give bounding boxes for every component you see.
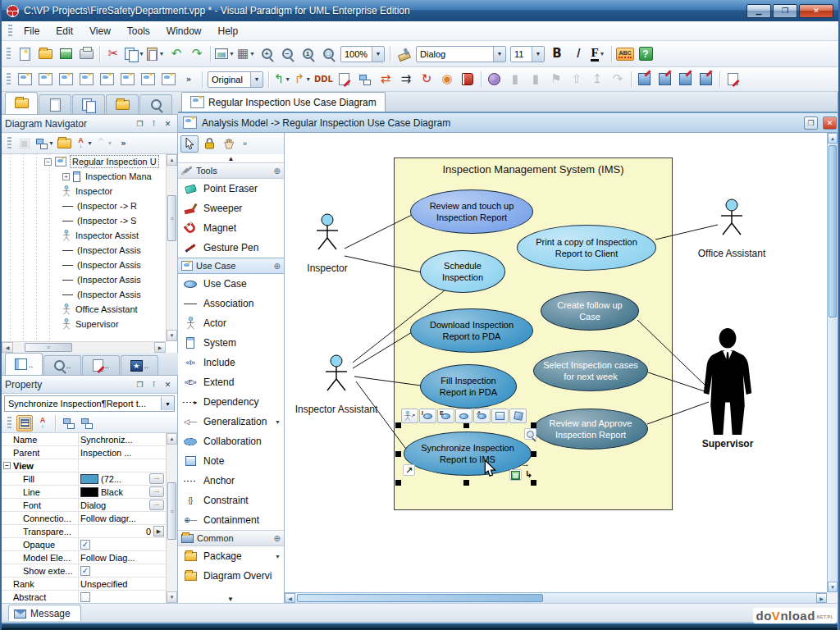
tree-expander[interactable]: + (62, 173, 70, 180)
ellipsis-button[interactable]: ... (149, 486, 164, 497)
help-icon[interactable]: ? (636, 44, 655, 64)
property-row[interactable]: Opaque✓ (2, 538, 166, 551)
canvas-scroll-thumb[interactable] (829, 145, 837, 317)
tree-expander[interactable]: − (44, 158, 52, 166)
palette-scroll-down[interactable]: ▼ (178, 595, 283, 603)
property-close-button[interactable]: ✕ (162, 379, 174, 390)
scroll-thumb[interactable]: ≡ (167, 195, 176, 241)
document-close-button[interactable]: ✕ (823, 116, 837, 130)
paste-icon[interactable]: ▼ (146, 44, 166, 64)
property-row[interactable]: ParentInspection ... (2, 446, 166, 459)
property-pin-button[interactable]: ⊺ (148, 379, 160, 390)
palette-item-actor[interactable]: Actor (178, 313, 284, 333)
tab-documentation[interactable]: .. (82, 355, 120, 375)
selection-handle[interactable] (395, 480, 401, 486)
palette-section-common[interactable]: Common⊕ (178, 530, 284, 546)
checkbox[interactable] (80, 592, 90, 602)
maximize-button[interactable]: ❒ (773, 4, 797, 18)
property-element-selector[interactable]: Synchronize Inspection¶Report t... ▼ (4, 395, 175, 412)
sort-az-icon[interactable]: A↓ (34, 415, 51, 431)
tree-item[interactable]: +Inspection Mana (2, 169, 166, 184)
palette-item-diagram-overvi[interactable]: Diagram Overvi (178, 566, 284, 586)
canvas-scroll-right[interactable]: ▶ (816, 593, 827, 603)
palette-section-tools[interactable]: Tools⊕ (178, 162, 284, 179)
selection-handle[interactable] (463, 422, 469, 428)
open-folder-icon[interactable] (57, 135, 73, 152)
scroll-track[interactable] (72, 342, 154, 353)
expand-all-icon[interactable] (60, 415, 76, 431)
canvas-scroll-track[interactable] (543, 593, 816, 603)
property-value[interactable]: Black... (79, 486, 166, 498)
copy-icon[interactable]: ▼ (124, 44, 145, 64)
group-expander[interactable]: − (3, 462, 11, 469)
new-usecase-diagram-icon[interactable] (15, 70, 34, 89)
cursor-mode-button[interactable] (180, 135, 199, 153)
close-button[interactable]: ✕ (799, 4, 833, 18)
zoom-level-combo[interactable]: 100%▼ (340, 46, 385, 62)
palette-item-association[interactable]: Association (178, 294, 284, 313)
property-value[interactable] (79, 459, 166, 472)
actor-office-assistant[interactable] (719, 194, 744, 244)
menu-view[interactable]: View (81, 23, 119, 39)
property-value[interactable] (79, 591, 166, 603)
scroll-up-arrow[interactable]: ▲ (167, 154, 177, 166)
create-associated-actor-button[interactable]: ↗ (401, 409, 418, 423)
new-communication-diagram-icon[interactable] (117, 70, 137, 89)
font-name-combo[interactable]: Dialog▼ (416, 46, 506, 62)
navigator-float-button[interactable]: ❐ (134, 118, 146, 130)
selection-handle[interactable] (395, 422, 401, 428)
palette-item-anchor[interactable]: Anchor (178, 471, 284, 491)
scroll-up-arrow[interactable]: ▲ (167, 433, 177, 445)
palette-item-system[interactable]: System (178, 333, 284, 353)
tab-property[interactable]: .. (5, 353, 43, 375)
palette-scroll-up[interactable]: ▲ (178, 154, 284, 162)
categorized-icon[interactable] (16, 415, 33, 431)
palette-item-collaboration[interactable]: Collaboration (178, 431, 284, 451)
checkbox[interactable]: ✓ (80, 566, 90, 576)
section-float-handle[interactable]: ⊕ (274, 167, 281, 176)
new-sequence-diagram-icon[interactable] (56, 70, 75, 89)
property-value[interactable]: ✓ (79, 564, 166, 577)
section-float-handle[interactable]: ⊕ (274, 534, 281, 543)
orm-wizard-icon[interactable]: ◉ (437, 70, 457, 89)
property-value[interactable]: Dialog... (79, 499, 166, 511)
palette-overflow-chevron[interactable]: » (243, 139, 247, 148)
shape-style-combo[interactable]: Original▼ (208, 71, 263, 88)
selection-handle[interactable] (531, 422, 536, 428)
palette-item-dependency[interactable]: ▸Dependency (178, 392, 284, 412)
tab-model-explorer[interactable] (39, 94, 71, 114)
tree-item[interactable]: Inspector (2, 184, 166, 199)
canvas-horizontal-scrollbar[interactable]: ◀▶ (285, 592, 827, 603)
new-project-icon[interactable] (15, 44, 34, 64)
scroll-track[interactable] (167, 540, 177, 591)
property-value[interactable]: Follow diagr... (79, 512, 166, 524)
property-row[interactable]: Model Ele...Follow Diag... (2, 551, 166, 564)
online-repository-icon[interactable] (485, 70, 504, 89)
use-case[interactable]: Review and touch up Inspection Report (410, 189, 533, 234)
tree-item[interactable]: (Inspector Assis (2, 258, 166, 272)
spinner-button[interactable]: ▶ (153, 526, 164, 536)
palette-item-note[interactable]: Note (178, 451, 284, 471)
property-row[interactable]: NameSynchroniz... (2, 433, 166, 446)
tree-item[interactable]: Office Assistant (2, 302, 166, 317)
tab-class-repository[interactable] (72, 94, 105, 114)
tree-item[interactable]: (Inspector Assis (2, 272, 166, 287)
property-value[interactable]: (72...... (79, 472, 166, 485)
scroll-down-arrow[interactable]: ▼ (167, 591, 177, 603)
property-row[interactable]: Abstract (2, 591, 166, 603)
print-icon[interactable] (76, 44, 96, 64)
menu-file[interactable]: File (16, 23, 48, 39)
format-painter-icon[interactable] (394, 44, 413, 64)
navigator-pin-button[interactable]: ⊺ (148, 118, 160, 130)
tab-stencil[interactable]: ★.. (121, 355, 158, 375)
italic-icon[interactable]: I (568, 44, 587, 64)
property-row[interactable]: RankUnspecified (2, 578, 166, 591)
ellipsis-button[interactable]: ... (149, 500, 164, 510)
toolbar-overflow-chevron[interactable]: » (179, 70, 199, 89)
scroll-track[interactable] (167, 241, 177, 330)
property-value[interactable]: Unspecified (79, 578, 166, 590)
use-case[interactable]: Review and Approve Inspection Report (533, 409, 648, 450)
selection-handle[interactable] (531, 480, 536, 486)
property-row[interactable]: Transpare...0▶ (2, 525, 166, 538)
open-project-icon[interactable] (35, 44, 55, 64)
